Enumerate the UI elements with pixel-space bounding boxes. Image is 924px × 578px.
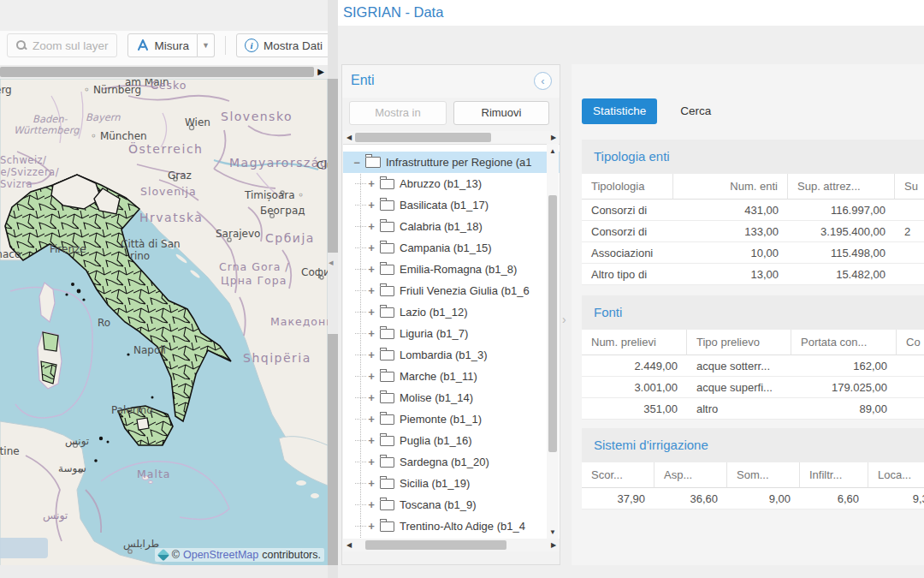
bottom-strip [0,565,328,578]
expand-node-icon[interactable] [366,264,376,276]
map-horizontal-scrollbar[interactable]: ▶ [0,65,328,79]
expand-node-icon[interactable] [366,307,376,319]
column-header[interactable]: Portata con... [791,330,897,355]
collapse-panel-icon[interactable] [534,72,552,90]
scroll-right-icon[interactable]: ▶ [548,539,559,550]
scrollbar-thumb[interactable] [0,67,314,77]
table-row[interactable]: 2.449,00acque sotterr...162,00 [582,355,924,377]
scroll-right-icon[interactable]: ▶ [315,66,327,78]
table-row[interactable]: 37,9036,609,006,609,30 [582,488,924,509]
column-header[interactable]: Sup. attrez... [788,174,895,200]
tree-item[interactable]: Campania (b1_15) [343,237,560,259]
rimuovi-marker-button[interactable]: Rimuovi marker [453,101,549,125]
scroll-up-icon[interactable]: ▲ [548,146,558,156]
map-canvas[interactable]: ergam Main◦ NürnbergCeskoBaden-Württembe… [0,79,328,565]
table-row[interactable]: 351,00altro89,00 [582,398,924,420]
column-header[interactable]: Scor... [582,462,654,488]
expand-node-icon[interactable] [366,521,376,533]
section-header-sistemi: Sistemi d'irrigazione [582,428,924,462]
expand-node-icon[interactable] [366,178,376,190]
expand-node-icon[interactable] [366,242,376,254]
table-cell [897,377,924,398]
scrollbar-thumb[interactable] [355,133,491,142]
expand-node-icon[interactable] [366,414,376,426]
tree-item[interactable]: Emilia-Romagna (b1_8) [343,259,560,280]
tree-item[interactable]: Molise (b1_14) [343,387,560,408]
tab-cerca[interactable]: Cerca [669,98,722,124]
misura-dropdown-arrow[interactable]: ▼ [198,33,215,57]
tree-item[interactable]: Piemonte (b1_1) [343,408,560,430]
tree-top-scrollbar[interactable]: ◀ ▶ [343,131,560,144]
expand-node-icon[interactable] [366,371,376,383]
tree-root-item[interactable]: Infrastrutture per Regione (a1 [343,152,560,173]
map-label: ◦ Nürnberg [84,84,141,96]
column-header[interactable]: Tipo prelievo [687,330,791,355]
map-label: Svizra [0,178,33,190]
tree-item[interactable]: Liguria (b1_7) [343,323,560,344]
table-cell: 9,30 [868,488,924,509]
table-row[interactable]: Consorzi di b...133,003.195.400,002 [582,221,924,242]
scrollbar-thumb[interactable] [365,540,506,550]
tree-item[interactable]: Toscana (b1_9) [343,494,560,515]
mostra-dati-button[interactable]: i Mostra Dati [236,33,328,57]
osm-link[interactable]: OpenStreetMap [183,549,258,561]
scroll-left-icon[interactable]: ◀ [344,539,354,550]
tree-item[interactable]: Lombardia (b1_3) [343,344,560,366]
tree-item[interactable]: Basilicata (b1_17) [343,194,560,216]
table-header-row: Num. prelieviTipo prelievoPortata con...… [582,330,924,355]
table-row[interactable]: Consorzi di m...431,00116.997,00 [582,200,924,221]
tree-vertical-scrollbar[interactable]: ▲ ▼ [547,144,559,539]
expand-node-icon[interactable] [366,328,376,340]
tree-item[interactable]: Lazio (b1_12) [343,301,560,323]
expand-node-icon[interactable] [366,200,376,212]
scroll-down-icon[interactable]: ▼ [548,527,558,537]
expand-node-icon[interactable] [366,349,376,361]
tree-item-label: Sardegna (b1_20) [400,456,489,468]
tree-item[interactable]: Sardegna (b1_20) [343,451,560,473]
tree-bottom-scrollbar[interactable]: ◀ ▶ [343,539,560,551]
column-header[interactable]: Loca... [868,462,924,488]
expand-node-icon[interactable] [366,435,376,447]
collapse-node-icon[interactable] [352,157,362,169]
expand-panel-icon[interactable] [562,313,566,326]
map-label: Österreich [128,142,203,156]
table-row[interactable]: Altro tipo di enti13,0015.482,00 [582,264,924,285]
tab-statistiche[interactable]: Statistiche [582,98,657,124]
tree-item[interactable]: Trentino-Alto Adige (b1_4 [343,515,560,537]
column-header[interactable]: Co [897,330,924,355]
tree-elbow [355,397,366,399]
scrollbar-thumb[interactable] [548,195,557,452]
tree-item[interactable]: Friuli Venezia Giulia (b1_6 [343,280,560,301]
column-header[interactable]: Tipolologia enti [582,174,673,200]
table-row[interactable]: 3.001,00acque superfi...179.025,00 [582,377,924,398]
column-header[interactable]: Num. prelievi [582,330,687,355]
expand-node-icon[interactable] [366,478,376,490]
column-header[interactable]: Infiltr... [800,462,868,488]
tree-item[interactable]: Abruzzo (b1_13) [343,173,560,194]
expand-node-icon[interactable] [366,221,376,233]
mostra-in-mappa-button[interactable]: Mostra in mappa [349,101,447,125]
column-header[interactable]: Num. enti [673,174,788,200]
tree-item[interactable]: Marche (b1_11) [343,366,560,387]
column-header[interactable]: Su [895,174,924,200]
expand-node-icon[interactable] [366,285,376,297]
tree-item[interactable]: Sicilia (b1_19) [343,473,560,494]
expand-node-icon[interactable] [366,456,376,468]
tree-item[interactable]: Puglia (b1_16) [343,430,560,451]
table-cell: 3.001,00 [582,377,687,398]
misura-button[interactable]: Misura [127,33,198,57]
table-row[interactable]: Associazioni i...10,00115.498,00 [582,242,924,264]
expand-node-icon[interactable] [366,499,376,511]
zoom-layer-button[interactable]: Zoom sul layer [7,33,117,57]
scroll-right-icon[interactable]: ▶ [548,132,559,142]
map-label: Napoli [133,344,166,356]
expand-node-icon[interactable] [366,392,376,404]
enti-panel: Enti Mostra in mappa Rimuovi marker ◀ ▶ [341,64,560,565]
scroll-left-icon[interactable]: ◀ [344,132,354,142]
column-header[interactable]: Asp... [654,462,727,488]
map-overlay-control[interactable] [0,538,48,558]
column-header[interactable]: Som... [727,462,800,488]
tree-item[interactable]: Calabria (b1_18) [343,216,560,237]
collapse-left-icon[interactable] [329,257,334,268]
pane-splitter[interactable] [328,0,338,578]
